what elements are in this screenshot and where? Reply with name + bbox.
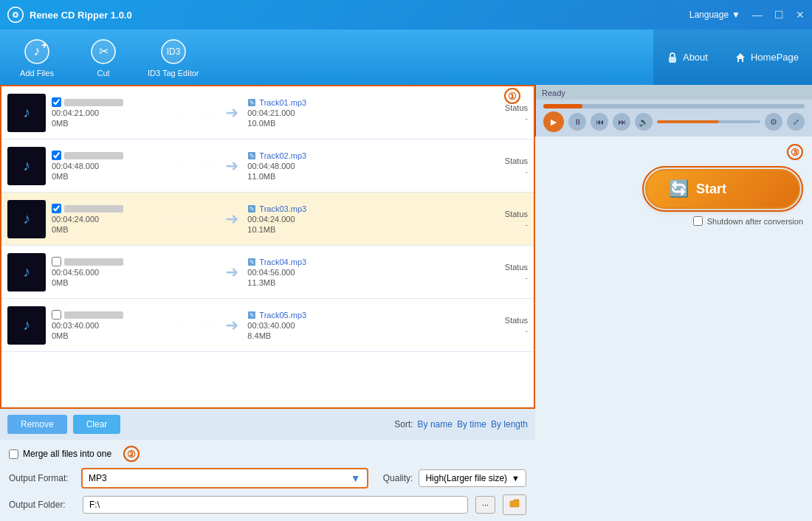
minimize-button[interactable]: — <box>752 9 763 21</box>
svg-text:♪: ♪ <box>34 44 41 58</box>
status-value: - <box>525 273 528 282</box>
start-label: Start <box>696 182 726 197</box>
track-meta: 00:04:56.000 0MB <box>52 257 170 287</box>
quality-select[interactable]: High(Larger file size) ▼ <box>419 469 526 487</box>
pause-button[interactable]: ⏸ <box>568 113 586 131</box>
player-controls: ▶ ⏸ ⏮ ⏭ 🔊 ⚙ ⤢ <box>536 100 812 137</box>
status-label: Status <box>505 210 528 218</box>
controls-row: Remove Clear Sort: By name By time By le… <box>0 409 535 440</box>
track-duration-out: 00:04:21.000 <box>247 108 395 117</box>
track-filename: ✎ Track03.mp3 <box>247 204 395 213</box>
track-meta: 00:04:48.000 0MB <box>52 151 170 181</box>
track-row: ♪ 00:03:40.000 0MB · · · · · · · · ➜ ✎ T… <box>1 299 534 352</box>
track-size-in: 0MB <box>52 278 170 287</box>
remove-button[interactable]: Remove <box>7 415 67 434</box>
track-name-blur <box>64 205 123 213</box>
edit-icon: ✎ <box>247 204 256 213</box>
track-check-row <box>52 204 170 213</box>
volume-button[interactable]: 🔊 <box>635 113 653 131</box>
track-size-out: 11.0MB <box>247 172 395 181</box>
homepage-button[interactable]: HomePage <box>721 30 812 85</box>
maximize-button[interactable]: ☐ <box>774 9 784 21</box>
edit-icon: ✎ <box>247 311 256 320</box>
track-size-out: 10.1MB <box>247 225 395 234</box>
merge-row: Merge all files into one ② <box>9 446 526 462</box>
track-thumbnail: ♪ <box>7 94 46 132</box>
track-checkbox[interactable] <box>52 257 61 266</box>
track-duration-in: 00:04:21.000 <box>52 108 170 117</box>
track-size-out: 11.3MB <box>247 278 395 287</box>
quality-dropdown-icon: ▼ <box>512 474 520 483</box>
track-size-out: 10.0MB <box>247 119 395 128</box>
track-dots: · · · · · · · · <box>170 269 216 275</box>
sort-by-time[interactable]: By time <box>457 419 486 429</box>
next-button[interactable]: ⏭ <box>613 113 630 131</box>
step1-indicator: ① <box>504 88 520 104</box>
about-label: About <box>683 52 708 63</box>
track-checkbox[interactable] <box>52 151 61 160</box>
track-size-in: 0MB <box>52 172 170 181</box>
fullscreen-button[interactable]: ⤢ <box>787 113 805 131</box>
status-label: Status <box>505 263 528 272</box>
sort-label: Sort: <box>394 419 413 429</box>
edit-icon: ✎ <box>247 98 256 107</box>
progress-bar[interactable] <box>543 104 805 108</box>
cut-button[interactable]: ✂ Cut <box>81 38 125 77</box>
player-ready-text: Ready <box>542 89 565 97</box>
music-note-icon: ♪ <box>23 317 30 334</box>
track-size-in: 0MB <box>52 225 170 234</box>
clear-button[interactable]: Clear <box>73 415 121 434</box>
track-arrow-icon: ➜ <box>225 103 238 123</box>
volume-slider[interactable] <box>657 120 760 123</box>
track-checkbox[interactable] <box>52 204 61 213</box>
app-logo <box>7 7 24 23</box>
add-files-button[interactable]: ♪ + Add Files <box>15 38 59 77</box>
folder-open-button[interactable] <box>503 494 526 515</box>
track-row: ♪ 00:04:48.000 0MB · · · · · · · · ➜ ✎ T… <box>1 139 534 193</box>
start-button[interactable]: 🔄 Start <box>645 169 800 209</box>
status-value: - <box>525 220 528 229</box>
id3-editor-button[interactable]: ID3 ID3 Tag Editor <box>148 38 199 77</box>
track-name-blur <box>64 99 123 106</box>
folder-browse-button[interactable]: ··· <box>475 496 495 514</box>
track-duration-in: 00:04:56.000 <box>52 268 170 277</box>
track-dots: · · · · · · · · <box>170 322 216 328</box>
format-select[interactable]: MP3 ▼ <box>81 468 368 489</box>
track-checkbox[interactable] <box>52 97 61 107</box>
settings-button[interactable]: ⚙ <box>765 113 782 131</box>
music-note-icon: ♪ <box>23 104 30 121</box>
sort-by-name[interactable]: By name <box>418 419 453 429</box>
track-size-out: 8.4MB <box>247 331 395 340</box>
shutdown-row: Shutdown after conversion <box>693 216 803 226</box>
status-value: - <box>525 167 528 176</box>
svg-text:✎: ✎ <box>250 259 255 266</box>
prev-button[interactable]: ⏮ <box>591 113 608 131</box>
track-arrow-icon: ➜ <box>225 316 238 335</box>
track-duration-in: 00:03:40.000 <box>52 321 170 330</box>
toolbar-right: About HomePage <box>653 30 812 85</box>
track-size-in: 0MB <box>52 119 170 128</box>
status-label: Status <box>505 316 528 325</box>
merge-checkbox[interactable] <box>9 449 18 459</box>
id3-label: ID3 Tag Editor <box>148 69 199 77</box>
sort-by-length[interactable]: By length <box>491 419 528 429</box>
track-status: Status - <box>505 263 528 282</box>
track-checkbox[interactable] <box>52 310 61 320</box>
track-duration-out: 00:03:40.000 <box>247 321 395 330</box>
title-controls: Language ▼ — ☐ ✕ <box>689 9 805 21</box>
track-status: Status - <box>505 316 528 335</box>
language-button[interactable]: Language ▼ <box>689 10 740 20</box>
track-meta: 00:04:21.000 0MB <box>52 97 170 128</box>
track-status: Status - <box>505 156 528 176</box>
svg-text:ID3: ID3 <box>166 46 180 57</box>
track-thumbnail: ♪ <box>7 147 46 185</box>
shutdown-checkbox[interactable] <box>693 216 703 226</box>
format-value: MP3 <box>89 473 351 483</box>
track-list[interactable]: ① ♪ 00:04:21.000 0MB · · · · · · · · ➜ <box>0 85 535 409</box>
about-button[interactable]: About <box>653 30 721 85</box>
folder-path[interactable]: F:\ <box>83 496 468 514</box>
play-button[interactable]: ▶ <box>543 111 564 132</box>
track-duration-out: 00:04:24.000 <box>247 215 395 224</box>
svg-point-2 <box>15 14 17 16</box>
close-button[interactable]: ✕ <box>796 9 805 21</box>
